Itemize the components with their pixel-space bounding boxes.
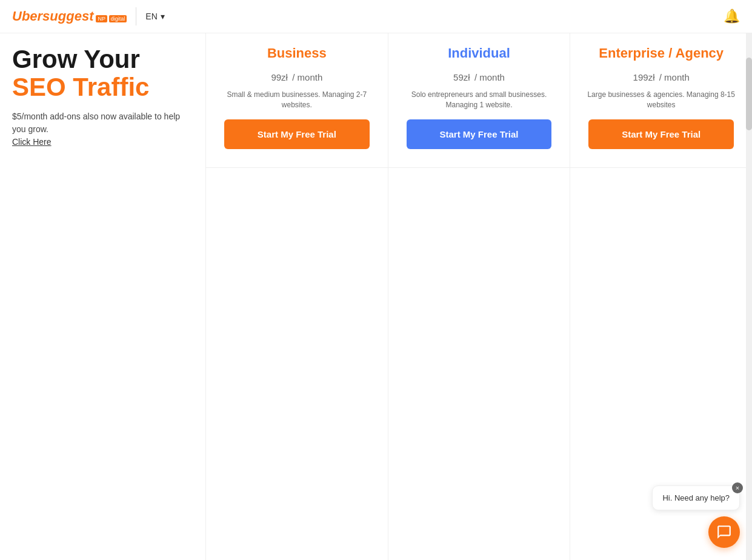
lang-text: EN	[145, 12, 157, 21]
language-selector[interactable]: EN ▾	[145, 12, 164, 21]
chat-widget: × Hi. Need any help?	[652, 485, 740, 548]
plan-individual: Individual 59zł / month Solo entrepreneu…	[388, 33, 571, 560]
plan-enterprise-name: Enterprise / Agency	[579, 45, 743, 61]
plans-area: Business 99zł / month Small & medium bus…	[206, 33, 752, 560]
hero-title: Grow Your SEO Traffic	[12, 45, 187, 101]
scrollbar[interactable]	[746, 33, 752, 560]
plan-business-price: 99zł / month	[215, 66, 379, 85]
hero-section: Grow Your SEO Traffic $5/month add-ons a…	[0, 33, 206, 560]
header-right: 🔔	[724, 8, 740, 24]
plan-individual-desc: Solo entrepreneurs and small businesses.…	[398, 90, 561, 110]
plan-business-desc: Small & medium businesses. Managing 2-7 …	[215, 90, 379, 110]
logo-digital-text: digital	[109, 15, 127, 22]
plan-individual-name: Individual	[398, 45, 561, 61]
chevron-down-icon: ▾	[161, 12, 165, 21]
bell-icon[interactable]: 🔔	[724, 8, 740, 24]
hero-title-line1: Grow Your	[12, 45, 140, 73]
plan-business: Business 99zł / month Small & medium bus…	[206, 33, 388, 560]
chat-open-button[interactable]	[708, 516, 740, 548]
header: Ubersuggest NP digital EN ▾ 🔔	[0, 0, 752, 33]
logo-sub: NP digital	[96, 15, 127, 22]
business-trial-button[interactable]: Start My Free Trial	[224, 119, 370, 149]
plan-enterprise-header: Enterprise / Agency 199zł / month Large …	[570, 33, 752, 168]
scrollbar-thumb[interactable]	[746, 58, 752, 130]
click-here-link[interactable]: Click Here	[12, 137, 52, 147]
logo-np-badge: NP	[96, 15, 107, 22]
hero-title-line2: SEO Traffic	[12, 73, 187, 101]
plan-business-header: Business 99zł / month Small & medium bus…	[206, 33, 388, 168]
chat-bubble: × Hi. Need any help?	[652, 485, 740, 510]
header-divider	[136, 7, 136, 25]
plan-enterprise-desc: Large businesses & agencies. Managing 8-…	[579, 90, 743, 110]
plan-individual-header: Individual 59zł / month Solo entrepreneu…	[388, 33, 570, 168]
plan-business-name: Business	[215, 45, 379, 61]
enterprise-trial-button[interactable]: Start My Free Trial	[588, 119, 734, 149]
plan-enterprise-price: 199zł / month	[579, 66, 743, 85]
chat-bubble-text: Hi. Need any help?	[662, 493, 730, 502]
individual-trial-button[interactable]: Start My Free Trial	[407, 119, 552, 149]
hero-subtitle: $5/month add-ons also now available to h…	[12, 110, 187, 148]
plan-enterprise: Enterprise / Agency 199zł / month Large …	[570, 33, 752, 560]
main-content: Grow Your SEO Traffic $5/month add-ons a…	[0, 33, 752, 560]
logo[interactable]: Ubersuggest NP digital	[12, 8, 127, 24]
chat-icon	[716, 524, 732, 540]
chat-close-button[interactable]: ×	[732, 482, 743, 493]
plan-individual-price: 59zł / month	[398, 66, 561, 85]
logo-text: Ubersuggest	[12, 8, 93, 24]
